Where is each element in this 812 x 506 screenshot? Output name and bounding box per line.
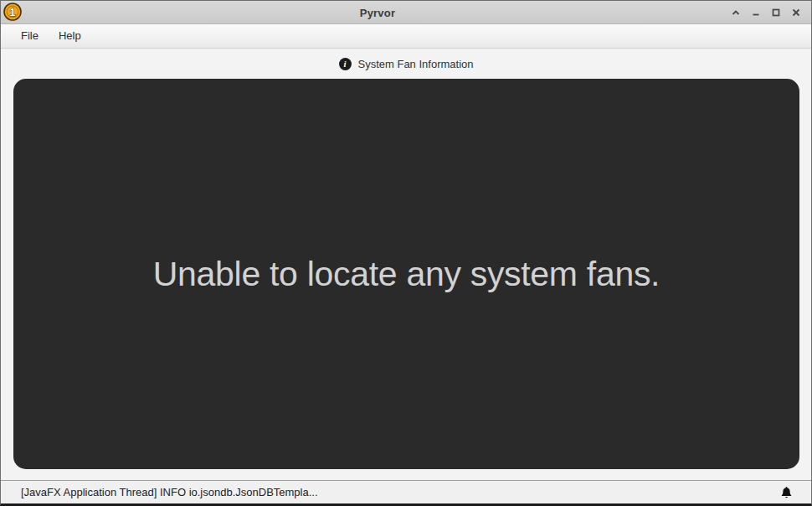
svg-text:1: 1 bbox=[10, 7, 16, 18]
coin-icon: 1 bbox=[3, 3, 22, 21]
minimize-icon bbox=[751, 8, 761, 18]
empty-state-message: Unable to locate any system fans. bbox=[153, 255, 660, 294]
content-area: i System Fan Information Unable to locat… bbox=[1, 49, 811, 481]
section-header: i System Fan Information bbox=[1, 49, 811, 79]
statusbar: [JavaFX Application Thread] INFO io.json… bbox=[1, 480, 811, 503]
close-icon bbox=[791, 8, 801, 18]
shade-icon bbox=[731, 8, 741, 18]
bell-icon[interactable] bbox=[780, 486, 793, 499]
app-window: 1 Pyrvor bbox=[0, 0, 812, 506]
menu-help[interactable]: Help bbox=[49, 24, 91, 48]
shade-button[interactable] bbox=[726, 3, 746, 23]
status-log-text: [JavaFX Application Thread] INFO io.json… bbox=[21, 486, 780, 498]
maximize-button[interactable] bbox=[766, 3, 786, 23]
titlebar[interactable]: 1 Pyrvor bbox=[1, 1, 811, 24]
info-icon: i bbox=[339, 58, 352, 70]
fan-info-panel: Unable to locate any system fans. bbox=[13, 79, 799, 469]
menu-file[interactable]: File bbox=[11, 24, 49, 48]
close-button[interactable] bbox=[786, 3, 806, 23]
window-title: Pyrvor bbox=[360, 6, 395, 18]
section-title: System Fan Information bbox=[358, 58, 474, 70]
minimize-button[interactable] bbox=[746, 3, 766, 23]
menubar: File Help bbox=[1, 24, 811, 49]
window-controls bbox=[726, 1, 806, 24]
maximize-icon bbox=[771, 8, 781, 18]
